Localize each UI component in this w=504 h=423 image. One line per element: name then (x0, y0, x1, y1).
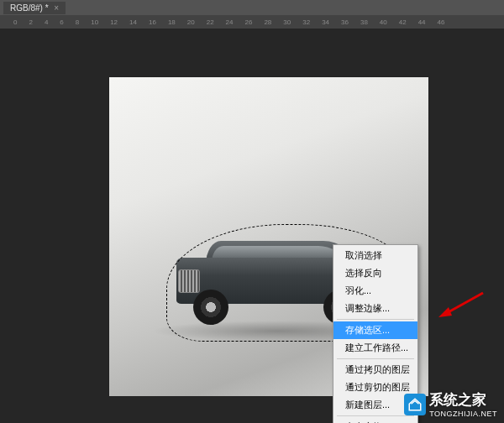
menu-separator (337, 415, 414, 416)
menu-inverse[interactable]: 选择反向 (333, 264, 417, 282)
menu-separator (337, 358, 414, 359)
workspace: 取消选择 选择反向 羽化... 调整边缘... 存储选区... 建立工作路径..… (0, 29, 504, 423)
svg-line-0 (445, 293, 483, 314)
annotation-arrow-icon (437, 289, 487, 322)
menu-make-work-path[interactable]: 建立工作路径... (333, 339, 417, 357)
watermark: 系统之家 TONGZHIJIA.NET (404, 390, 497, 418)
watermark-url: TONGZHIJIA.NET (429, 410, 497, 418)
menu-free-transform[interactable]: 自由变换 (333, 418, 417, 423)
watermark-brand: 系统之家 (429, 392, 486, 408)
house-icon (404, 394, 426, 415)
menu-refine-edge[interactable]: 调整边缘... (333, 300, 417, 317)
horizontal-ruler: 024 6810 121416 182022 242628 303234 363… (0, 15, 504, 29)
tab-label: RGB/8#) * (10, 3, 49, 13)
menu-save-selection[interactable]: 存储选区... (333, 321, 417, 339)
svg-marker-1 (438, 307, 452, 317)
document-tab[interactable]: RGB/8#) * × (3, 2, 66, 14)
menu-layer-via-copy[interactable]: 通过拷贝的图层 (333, 361, 417, 379)
close-icon[interactable]: × (54, 3, 59, 13)
app-bar: RGB/8#) * × (0, 0, 504, 15)
menu-separator (337, 319, 414, 320)
menu-deselect[interactable]: 取消选择 (333, 247, 417, 264)
menu-feather[interactable]: 羽化... (333, 282, 417, 300)
